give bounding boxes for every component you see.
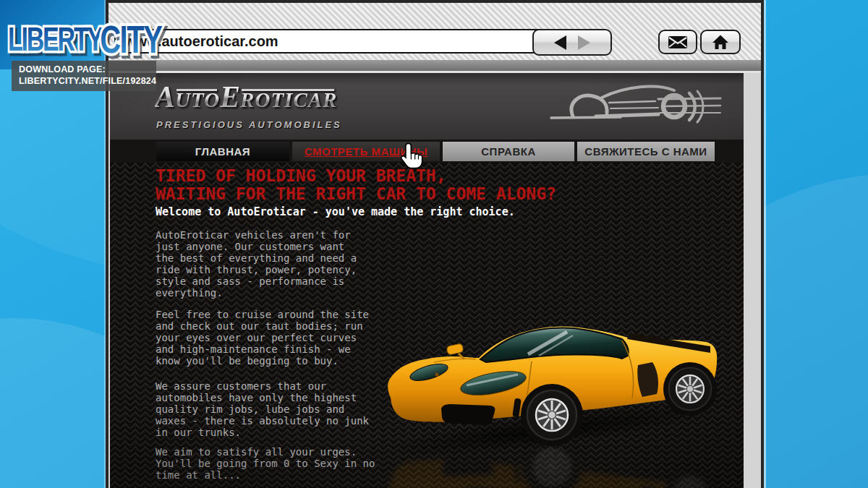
headline-line1: TIRED OF HOLDING YOUR BREATH, <box>156 167 604 185</box>
libertycity-logo: LIBERTY CITY LIBERTY CITY <box>6 10 223 62</box>
nav-item-contact[interactable]: СВЯЖИТЕСЬ С НАМИ <box>577 142 715 161</box>
back-forward-button-group <box>532 29 612 56</box>
sports-car-image <box>383 320 723 488</box>
welcome-line: Welcome to AutoEroticar - you've made th… <box>156 205 515 218</box>
nav-item-help[interactable]: СПРАВКА <box>443 142 574 161</box>
header-car-silhouette-icon <box>550 79 722 127</box>
body-paragraph-1: AutoEroticar vehicles aren't forjust any… <box>156 229 357 299</box>
site-logo-text: E <box>220 80 240 114</box>
site-logo: AUTOEROTICAR <box>155 80 337 116</box>
hand-cursor-icon <box>399 142 424 171</box>
home-button[interactable] <box>700 30 741 54</box>
main-navigation: ГЛАВНАЯ СМОТРЕТЬ МАШИНЫ СПРАВКА СВЯЖИТЕС… <box>110 140 744 163</box>
logo-text-city: CITY <box>100 17 162 61</box>
headline-line2: WAITING FOR THE RIGHT CAR TO COME ALONG? <box>156 185 604 203</box>
nav-item-home[interactable]: ГЛАВНАЯ <box>156 142 289 161</box>
body-paragraph-2: Feel free to cruise around the siteand c… <box>156 309 369 367</box>
desktop-background: AUTOEROTICAR PRESTIGIOUS AUTOMOBILES <box>0 0 868 488</box>
download-page-label: DOWNLOAD PAGE: <box>19 64 156 75</box>
site-logo-text: UTO <box>175 83 220 116</box>
body-paragraph-3: We assure customers that ourautomobiles … <box>156 380 369 438</box>
webpage-autoeroticar: AUTOEROTICAR PRESTIGIOUS AUTOMOBILES <box>110 73 744 488</box>
browser-window: AUTOEROTICAR PRESTIGIOUS AUTOMOBILES <box>106 0 764 488</box>
site-logo-text: ROTICAR <box>240 83 337 116</box>
forward-arrow-icon[interactable] <box>578 35 590 50</box>
site-logo-text: A <box>155 80 175 114</box>
logo-text-liberty: LIBERTY <box>8 20 103 58</box>
site-tagline: PRESTIGIOUS AUTOMOBILES <box>156 119 342 130</box>
download-page-watermark: DOWNLOAD PAGE: LIBERTYCITY.NET/FILE/1928… <box>12 61 156 91</box>
home-icon <box>712 34 729 50</box>
body-paragraph-4: We aim to satisfy all your urges.You'll … <box>156 446 375 481</box>
mail-button[interactable] <box>658 30 697 54</box>
download-page-url: LIBERTYCITY.NET/FILE/192824 <box>19 75 156 87</box>
back-arrow-icon[interactable] <box>554 35 566 50</box>
mail-icon <box>668 35 688 49</box>
